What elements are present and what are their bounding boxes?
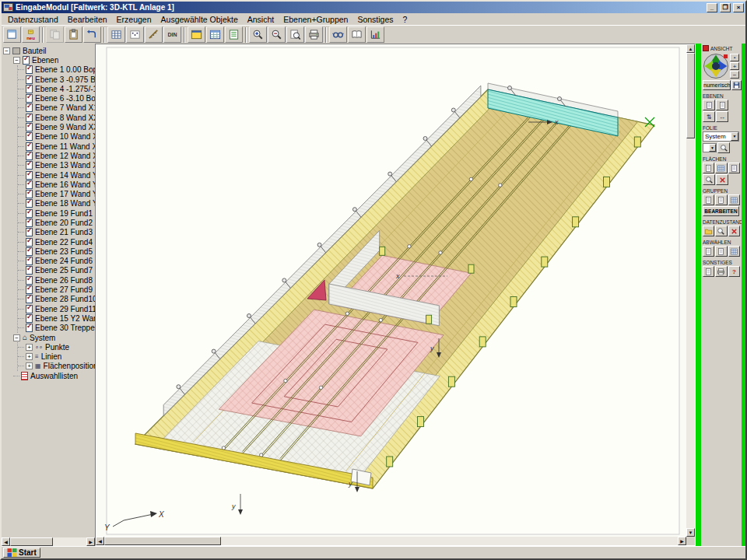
compass-center[interactable] [712,62,720,70]
zoom-out-button[interactable] [268,26,286,43]
drawing-canvas[interactable]: y y y x x X Y [96,44,686,539]
report-button[interactable] [225,26,243,43]
scrollbar-thumb[interactable] [104,537,221,545]
scroll-down-button[interactable]: ▼ [686,528,695,537]
menu-item[interactable]: Bearbeiten [63,14,112,25]
gruppen-button-1[interactable] [703,194,714,205]
menu-item[interactable]: Ebenen+Gruppen [279,14,352,25]
datenzustand-delete-button[interactable] [728,226,740,236]
flaechen-button-3[interactable] [728,163,740,173]
scrollbar-track[interactable] [53,537,86,546]
flaechen-search-button[interactable] [703,174,715,185]
print-button[interactable] [305,26,323,43]
flaechen-button-1[interactable] [703,163,714,173]
datenzustand-search-button[interactable] [715,226,727,236]
menu-item[interactable]: Ausgewählte Objekte [156,14,243,25]
datenzustand-open-button[interactable] [703,226,714,236]
expand-icon[interactable]: + [26,353,33,360]
zoom-in-button[interactable] [249,26,267,43]
drawing-area[interactable]: y y y x x X Y ▲ ▼ [95,44,696,546]
expand-icon[interactable]: − [13,334,20,341]
point-raster-button[interactable] [126,26,144,43]
chevron-down-icon[interactable]: ▼ [731,132,738,141]
tree-horizontal-scrollbar[interactable]: ◀ ▶ [2,537,95,546]
protocol-button[interactable] [348,26,366,43]
folie-search-button[interactable] [717,142,730,153]
tree-item-auswahllisten[interactable]: Auswahllisten [3,371,95,380]
clipboard-button[interactable] [65,26,82,43]
ebene-updown-button[interactable]: ⇅ [703,111,715,122]
close-button[interactable]: × [733,3,744,12]
table-view-button[interactable] [206,26,224,43]
menu-item[interactable]: ? [398,14,412,25]
sonstiges-button-1[interactable] [703,266,714,277]
menu-item[interactable]: Datenzustand [3,14,63,25]
view-zoom-out-button[interactable]: − [730,71,739,79]
scrollbar-track[interactable] [221,537,678,545]
view-zoom-in-button[interactable]: + [730,62,739,70]
tree-item-ebenen[interactable]: − Ebenen [3,55,95,65]
view-check-button[interactable] [329,26,347,43]
window-view-button[interactable] [188,26,205,43]
expand-icon[interactable]: + [26,362,33,369]
scroll-up-button[interactable]: ▲ [686,44,695,53]
canvas-vertical-scrollbar[interactable]: ▲ ▼ [686,44,695,537]
bearbeiten-button[interactable]: BEARBEITEN [703,206,739,216]
statistics-button[interactable] [366,26,384,43]
expand-icon[interactable]: + [26,344,33,351]
scroll-right-button[interactable]: ▶ [678,537,686,545]
measure-button[interactable] [145,26,163,43]
gruppen-button-2[interactable] [715,194,727,205]
tree-item-system-child[interactable]: + ∘∘ Punkte [18,342,95,352]
din-standard-button[interactable]: DIN [163,26,181,43]
scrollbar-track[interactable] [686,138,695,528]
gruppen-button-3[interactable] [728,194,740,205]
flaechen-delete-button[interactable] [716,174,728,185]
maximize-button[interactable]: ❐ [720,3,731,12]
expand-icon[interactable]: − [13,57,20,64]
sonstiges-help-button[interactable]: ? [728,266,740,277]
abwaehlen-button-3[interactable] [728,246,740,257]
expand-icon[interactable]: − [3,47,10,54]
tree-item-system[interactable]: − ⌂ System [3,333,95,342]
numerisch-button[interactable]: numerisch [703,80,731,90]
canvas-horizontal-scrollbar[interactable]: ◀ ▶ [96,537,686,545]
menu-item[interactable]: Sonstiges [352,14,398,25]
scrollbar-thumb[interactable] [10,537,53,546]
start-button[interactable]: Start [3,548,40,558]
grid-snap-button[interactable] [107,26,125,43]
minimize-button[interactable]: _ [707,3,717,12]
tree-item-system-child[interactable]: + ≡ Linien [18,352,95,362]
layer-check-icon[interactable] [26,324,33,332]
page-icon [704,268,713,276]
sonstiges-button-2[interactable] [715,266,727,277]
ebene-list-button[interactable] [703,100,715,110]
view-compass[interactable] [703,53,729,79]
copy-button[interactable] [46,26,64,43]
grid-icon [730,196,738,205]
abwaehlen-button-2[interactable] [715,246,727,257]
tree-item-system-child[interactable]: + ▦ Flächenpositionen [18,362,95,371]
scroll-left-button[interactable]: ◀ [2,537,10,546]
form-new-button[interactable] [3,26,21,43]
panel-grip-icon[interactable] [703,45,709,51]
scroll-right-button[interactable]: ▶ [86,537,95,546]
save-view-button[interactable] [731,80,742,90]
folie-mini-combo[interactable]: ▼ [703,143,717,152]
grid-icon [730,247,738,256]
menu-item[interactable]: Erzeugen [112,14,156,25]
scroll-left-button[interactable]: ◀ [96,537,104,545]
abwaehlen-button-1[interactable] [703,246,714,257]
undo-button[interactable] [83,26,101,43]
scrollbar-thumb[interactable] [686,53,695,138]
zoom-page-button[interactable] [286,26,304,43]
flaechen-button-2[interactable] [715,163,727,173]
datenzustand-neu-button[interactable]: neu [22,26,40,43]
menu-item[interactable]: Ansicht [243,14,279,25]
folie-select[interactable]: System ▼ [703,131,739,142]
ebene-leftright-button[interactable]: ↔ [716,111,728,122]
tree-item-ebene[interactable]: Ebene 30 Treppenl [18,324,95,333]
ebene-edit-button[interactable] [716,100,728,110]
tree-item-bauteil[interactable]: − Bauteil [3,46,95,55]
view-option-button[interactable]: ▪ [730,54,739,61]
